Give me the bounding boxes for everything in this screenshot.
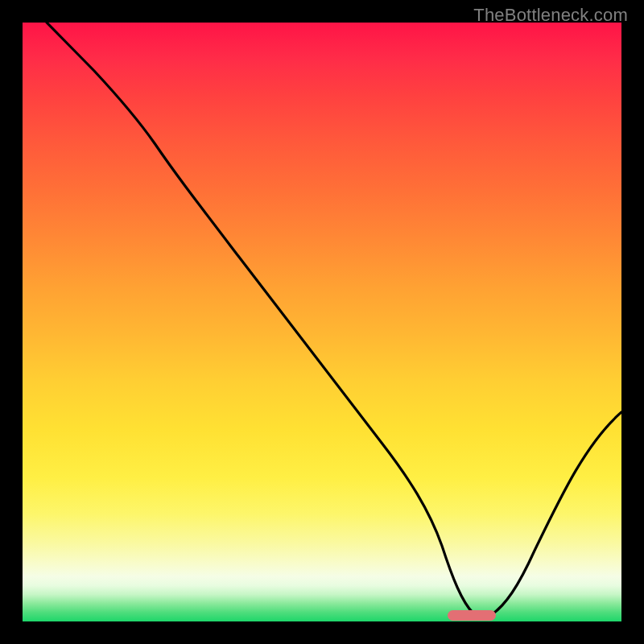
bottleneck-curve <box>47 23 621 617</box>
optimal-range-marker <box>448 610 496 621</box>
plot-area <box>23 23 621 621</box>
watermark-label: TheBottleneck.com <box>473 5 628 26</box>
bottleneck-chart <box>23 23 621 621</box>
chart-frame: TheBottleneck.com <box>0 0 644 644</box>
